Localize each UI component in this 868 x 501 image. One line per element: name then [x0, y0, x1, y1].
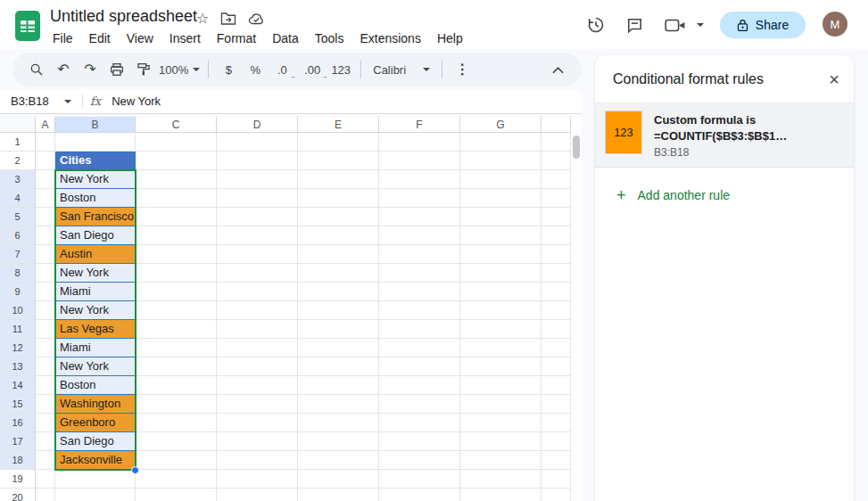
grid-cell-E11[interactable]: [298, 320, 379, 339]
grid-cell-H15[interactable]: [541, 395, 571, 414]
grid-cell-H17[interactable]: [541, 432, 571, 451]
font-select[interactable]: Calibri: [369, 58, 434, 81]
grid-cell-A3[interactable]: [36, 170, 55, 189]
grid-cell-D4[interactable]: [217, 189, 298, 208]
grid-cell-G8[interactable]: [460, 264, 541, 283]
menu-item-edit[interactable]: Edit: [81, 29, 119, 48]
row-header-17[interactable]: 17: [0, 432, 36, 451]
grid-cell-G16[interactable]: [460, 414, 541, 432]
grid-cell-E15[interactable]: [298, 395, 379, 414]
grid-cell-H18[interactable]: [541, 451, 571, 470]
grid-cell-G17[interactable]: [460, 432, 541, 451]
grid-cell-G11[interactable]: [460, 320, 541, 339]
vertical-scrollbar[interactable]: [573, 136, 580, 159]
grid-cell-A14[interactable]: [36, 376, 55, 395]
move-folder-icon[interactable]: [220, 12, 236, 26]
account-avatar[interactable]: M: [823, 12, 847, 37]
column-header-A[interactable]: A: [36, 117, 55, 133]
grid-cell-A9[interactable]: [36, 283, 55, 301]
grid-cell-B14[interactable]: Boston: [55, 376, 136, 395]
grid-cell-E2[interactable]: [298, 152, 379, 170]
grid-cell-F20[interactable]: [379, 489, 460, 501]
grid-cell-G7[interactable]: [460, 245, 541, 264]
grid-cell-A16[interactable]: [36, 414, 55, 432]
grid-cell-E18[interactable]: [298, 451, 379, 470]
format-currency-button[interactable]: $: [217, 58, 240, 81]
grid-cell-C17[interactable]: [136, 432, 217, 451]
print-icon[interactable]: [105, 58, 128, 81]
grid-cell-G2[interactable]: [460, 152, 541, 170]
menu-item-insert[interactable]: Insert: [161, 29, 209, 48]
grid-cell-B13[interactable]: New York: [55, 357, 136, 376]
grid-cell-B3[interactable]: New York: [55, 170, 136, 189]
grid-cell-C20[interactable]: [136, 489, 217, 501]
grid-cell-H11[interactable]: [541, 320, 571, 339]
grid-cell-G3[interactable]: [460, 170, 541, 189]
grid-cell-F13[interactable]: [379, 357, 460, 376]
column-header-D[interactable]: D: [217, 117, 298, 133]
star-icon[interactable]: ☆: [196, 12, 209, 26]
grid-cell-D12[interactable]: [217, 339, 298, 357]
grid-cell-F10[interactable]: [379, 301, 460, 320]
format-rule-item[interactable]: 123 Custom formula is =COUNTIF($B$3:$B$1…: [595, 103, 854, 168]
grid-cell-F16[interactable]: [379, 414, 460, 432]
grid-cell-A8[interactable]: [36, 264, 55, 283]
grid-cell-C9[interactable]: [136, 283, 217, 301]
grid-cell-F7[interactable]: [379, 245, 460, 264]
grid-cell-C8[interactable]: [136, 264, 217, 283]
grid-cell-C18[interactable]: [136, 451, 217, 470]
video-call-icon[interactable]: [665, 19, 686, 32]
grid-cell-A11[interactable]: [36, 320, 55, 339]
column-header-C[interactable]: C: [136, 117, 217, 133]
grid-cell-A5[interactable]: [36, 208, 55, 226]
row-header-2[interactable]: 2: [0, 152, 36, 170]
grid-cell-F5[interactable]: [379, 208, 460, 226]
grid-cell-H2[interactable]: [541, 152, 571, 170]
grid-cell-E7[interactable]: [298, 245, 379, 264]
menu-item-extensions[interactable]: Extensions: [351, 29, 428, 48]
grid-cell-A19[interactable]: [36, 470, 55, 489]
row-header-11[interactable]: 11: [0, 320, 36, 339]
grid-cell-E20[interactable]: [298, 489, 379, 501]
grid-cell-G19[interactable]: [460, 470, 541, 489]
grid-cell-E14[interactable]: [298, 376, 379, 395]
add-another-rule-button[interactable]: + Add another rule: [616, 187, 730, 203]
menu-item-file[interactable]: File: [45, 29, 81, 48]
grid-cell-B9[interactable]: Miami: [55, 283, 136, 301]
grid-cell-D7[interactable]: [217, 245, 298, 264]
grid-cell-G14[interactable]: [460, 376, 541, 395]
decrease-decimal-button[interactable]: .0 ←: [270, 58, 293, 81]
grid-cell-A7[interactable]: [36, 245, 55, 264]
cloud-status-icon[interactable]: [248, 12, 265, 25]
grid-cell-B7[interactable]: Austin: [55, 245, 136, 264]
grid-cell-G13[interactable]: [460, 357, 541, 376]
menu-item-help[interactable]: Help: [429, 29, 471, 48]
redo-icon[interactable]: ↷: [79, 58, 102, 81]
grid-cell-C1[interactable]: [136, 133, 217, 152]
row-header-4[interactable]: 4: [0, 189, 36, 208]
grid-cell-A10[interactable]: [36, 301, 55, 320]
row-header-7[interactable]: 7: [0, 245, 36, 264]
row-header-5[interactable]: 5: [0, 208, 36, 226]
row-header-16[interactable]: 16: [0, 414, 36, 432]
sheets-logo-icon[interactable]: [14, 10, 41, 42]
grid-cell-C6[interactable]: [136, 226, 217, 245]
menu-item-format[interactable]: Format: [209, 29, 264, 48]
grid-cell-A17[interactable]: [36, 432, 55, 451]
grid-cell-G6[interactable]: [460, 226, 541, 245]
grid-cell-E12[interactable]: [298, 339, 379, 357]
grid-cell-D9[interactable]: [217, 283, 298, 301]
row-header-10[interactable]: 10: [0, 301, 36, 320]
grid-cell-B6[interactable]: San Diego: [55, 226, 136, 245]
grid-cell-C15[interactable]: [136, 395, 217, 414]
paint-format-icon[interactable]: [132, 58, 155, 81]
grid-cell-H6[interactable]: [541, 226, 571, 245]
select-all-corner[interactable]: [0, 117, 36, 133]
grid-cell-D10[interactable]: [217, 301, 298, 320]
grid-cell-H5[interactable]: [541, 208, 571, 226]
grid-cell-A20[interactable]: [36, 489, 55, 501]
grid-cell-E1[interactable]: [298, 133, 379, 152]
grid-cell-D17[interactable]: [217, 432, 298, 451]
grid-cell-D20[interactable]: [217, 489, 298, 501]
column-header-G[interactable]: G: [460, 117, 541, 133]
